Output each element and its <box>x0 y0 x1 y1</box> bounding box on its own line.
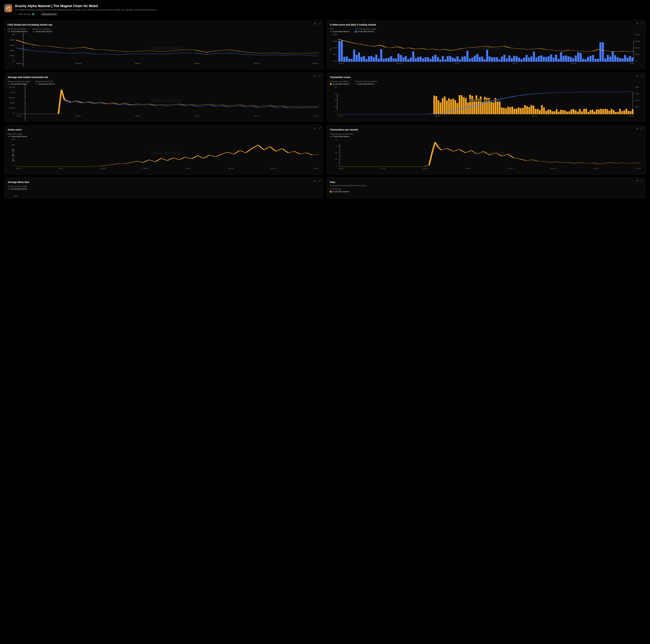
project-logo <box>4 4 12 12</box>
chart-plot: token terminal_ <box>16 34 318 62</box>
card-title: Transactions per second <box>330 128 642 131</box>
user-icon <box>15 13 17 15</box>
chart-plot: token terminal_ <box>16 86 318 114</box>
card-tps: Transactions per second Transactions per… <box>326 125 646 175</box>
expand-icon[interactable] <box>641 22 643 25</box>
card-tx-count: Transaction count Transaction count (dai… <box>326 72 646 122</box>
page-title: Gravity Alpha Mainnet | The Magnet Chain… <box>15 4 157 8</box>
share-icon[interactable] <box>636 22 639 25</box>
page-description: An in-depth dashboard analyzing Gravity … <box>15 9 157 11</box>
expand-icon[interactable] <box>641 75 643 77</box>
x-ticks: 08/01/2409/01/2410/01/2411/01/2412/01/24… <box>16 63 318 66</box>
expand-icon[interactable] <box>319 127 321 130</box>
card-title: Fully diluted and circulating market cap <box>8 23 320 26</box>
share-icon[interactable] <box>314 127 316 130</box>
tag-icon <box>37 13 39 15</box>
share-icon[interactable] <box>314 22 316 25</box>
expand-icon[interactable] <box>641 180 643 182</box>
chart-plot: token terminal_ <box>338 86 634 114</box>
card-active-users: Active users Active users (daily)Gravity… <box>4 125 324 175</box>
chart-plot: token terminal_ <box>338 34 634 62</box>
card-title: Transaction count <box>330 76 642 78</box>
card-block-time: Average block time Average block time (d… <box>4 177 324 199</box>
category-pill[interactable]: Blockchains (L2) <box>40 13 58 16</box>
share-icon[interactable] <box>314 75 316 77</box>
card-marketcap: Fully diluted and circulating market cap… <box>4 20 324 70</box>
charts-grid: Fully diluted and circulating market cap… <box>4 20 646 199</box>
share-icon[interactable] <box>636 75 639 77</box>
card-title: Average and median transaction fee <box>8 76 320 78</box>
expand-icon[interactable] <box>641 127 643 130</box>
expand-icon[interactable] <box>319 22 321 25</box>
card-subtitle: Total network transaction fees paid by u… <box>330 184 642 186</box>
share-icon[interactable] <box>314 180 316 182</box>
svg-point-1 <box>15 13 16 14</box>
card-title: G token price and daily G trading volume <box>330 23 642 26</box>
y-ticks: $1b$800m$600m$400m$200m$0 <box>8 34 16 62</box>
card-title: Active users <box>8 128 320 131</box>
card-tx-fee: Average and median transaction fee Media… <box>4 72 324 122</box>
share-icon[interactable] <box>636 180 639 182</box>
page-header: Gravity Alpha Mainnet | The Magnet Chain… <box>4 4 646 16</box>
chart-plot: token terminal_ <box>16 139 318 167</box>
expand-icon[interactable] <box>319 180 321 182</box>
card-title: Fees <box>330 181 642 183</box>
share-icon[interactable] <box>636 127 639 130</box>
author-name: Token Terminal <box>18 13 31 15</box>
card-fees: Fees Total network transaction fees paid… <box>326 177 646 199</box>
card-price-volume: G token price and daily G trading volume… <box>326 20 646 70</box>
expand-icon[interactable] <box>319 75 321 77</box>
chart-plot: token terminal_ <box>338 139 641 167</box>
card-title: Average block time <box>8 181 320 183</box>
verified-icon <box>32 13 34 15</box>
